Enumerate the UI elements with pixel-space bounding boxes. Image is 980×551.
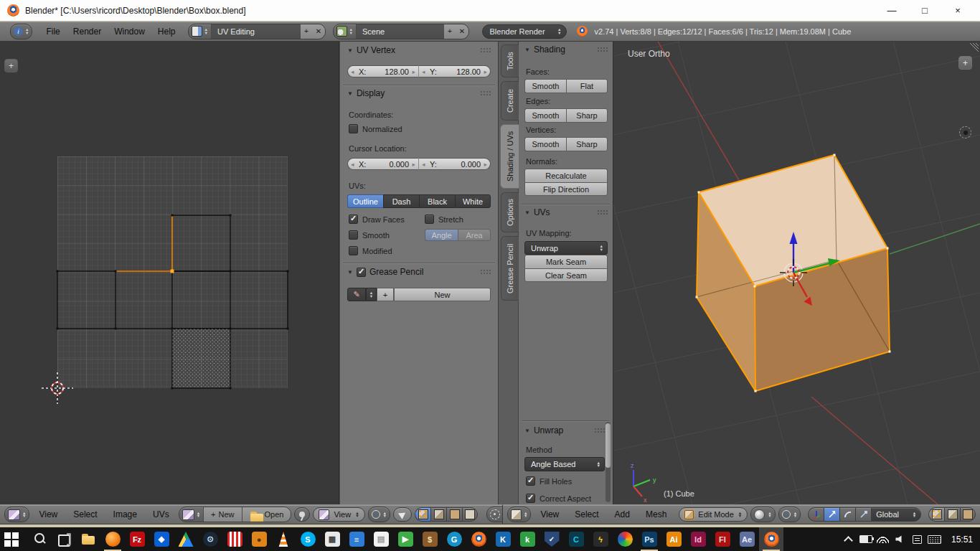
- tray-chevron-up[interactable]: [840, 527, 857, 551]
- blender-splash-icon[interactable]: [577, 26, 588, 37]
- flip-direction-button[interactable]: Flip Direction: [524, 182, 608, 196]
- vertices-smooth-button[interactable]: Smooth: [524, 137, 566, 151]
- uv-menu-select[interactable]: Select: [67, 509, 103, 519]
- edges-sharp-button[interactable]: Sharp: [566, 108, 608, 123]
- taskbar-app-photoshop[interactable]: Ps: [637, 527, 661, 551]
- uv-select-island-button[interactable]: [462, 507, 478, 522]
- tab-tools[interactable]: Tools: [501, 44, 519, 77]
- delete-scene-button[interactable]: ✕: [456, 24, 468, 39]
- taskbar-app-popcorn-time[interactable]: [222, 527, 247, 551]
- taskbar-app-after-effects[interactable]: Ae: [735, 527, 759, 551]
- taskbar-app-paint-app[interactable]: [613, 527, 637, 551]
- panel-header-unwrap[interactable]: ▼ Unwrap: [524, 425, 605, 435]
- scale-manipulator-button[interactable]: [855, 507, 871, 522]
- scrollbar-thumb[interactable]: [606, 423, 611, 468]
- panel-grip-icon[interactable]: [480, 47, 491, 53]
- add-scene-button[interactable]: +: [444, 24, 456, 39]
- uv-selected-vertex[interactable]: [171, 270, 174, 273]
- uv-menu-image[interactable]: Image: [107, 509, 143, 519]
- delete-layout-button[interactable]: ✕: [313, 24, 325, 39]
- panel-grip-icon[interactable]: [597, 209, 608, 215]
- taskbar-app-indesign[interactable]: Id: [686, 527, 710, 551]
- taskbar-app-app-orange[interactable]: ●: [247, 527, 271, 551]
- editor-type-selector-uv[interactable]: [4, 507, 29, 522]
- screen-layout-name[interactable]: UV Editing: [212, 24, 301, 39]
- menu-file[interactable]: File: [39, 27, 66, 37]
- editor-type-selector-3d[interactable]: [507, 507, 531, 522]
- grease-pencil-checkbox[interactable]: [357, 268, 366, 277]
- menu-help[interactable]: Help: [151, 27, 182, 37]
- transform-orientation-dropdown[interactable]: Global: [871, 507, 921, 522]
- draw-faces-checkbox[interactable]: [349, 215, 358, 224]
- cursor-y-slider[interactable]: Y:0.000: [419, 158, 491, 170]
- panel-header-grease-pencil[interactable]: ▼ Grease Pencil: [347, 267, 491, 277]
- viewport-3d[interactable]: z y x User Ortho (1) Cube +: [613, 42, 980, 504]
- taskbar-app-flash[interactable]: Fl: [710, 527, 735, 551]
- uv-menu-view[interactable]: View: [32, 509, 64, 519]
- uv-draw-black-button[interactable]: Black: [419, 194, 455, 208]
- method-dropdown[interactable]: Angle Based: [524, 457, 605, 471]
- edge-select-mode-button[interactable]: [944, 507, 960, 522]
- tool-shelf-scrollbar[interactable]: [606, 422, 611, 502]
- tab-grease-pencil[interactable]: Grease Pencil: [501, 236, 519, 301]
- stretch-area-button[interactable]: Area: [458, 229, 491, 241]
- panel-grip-icon[interactable]: [480, 269, 491, 275]
- normalized-checkbox[interactable]: [349, 124, 358, 133]
- tray-volume[interactable]: [892, 527, 909, 551]
- taskbar-app-firefox[interactable]: [100, 527, 125, 551]
- uv-vertex-x-slider[interactable]: X:128.00: [347, 65, 419, 77]
- unwrap-dropdown[interactable]: Unwrap: [524, 241, 608, 255]
- uv-sync-selection-toggle[interactable]: [393, 507, 412, 522]
- stretch-angle-button[interactable]: Angle: [425, 229, 458, 241]
- taskbar-app-app-teal[interactable]: G: [442, 527, 466, 551]
- vertices-sharp-button[interactable]: Sharp: [566, 137, 608, 151]
- tray-action-center[interactable]: [909, 527, 926, 551]
- vp-menu-select[interactable]: Select: [568, 509, 605, 519]
- uv-draw-outline-button[interactable]: Outline: [347, 194, 383, 208]
- add-layout-button[interactable]: +: [301, 24, 313, 39]
- taskbar-app-text-document[interactable]: ▤: [369, 527, 393, 551]
- editor-type-selector-info[interactable]: i: [10, 24, 32, 39]
- tray-wifi[interactable]: [875, 527, 892, 551]
- taskbar-app-google-drive[interactable]: [174, 527, 198, 551]
- mark-seam-button[interactable]: Mark Seam: [524, 255, 608, 268]
- taskbar-app-vlc[interactable]: [271, 527, 296, 551]
- face-select-mode-button[interactable]: [960, 507, 976, 522]
- taskbar-app-app-blue-k[interactable]: K: [491, 527, 515, 551]
- minimize-button[interactable]: —: [875, 0, 908, 21]
- uv-draw-dash-button[interactable]: Dash: [383, 194, 419, 208]
- image-open-button[interactable]: Open: [242, 507, 291, 522]
- taskbar-app-app-green-k[interactable]: k: [515, 527, 540, 551]
- faces-flat-button[interactable]: Flat: [566, 79, 608, 93]
- taskbar-app-ledger-app[interactable]: $: [418, 527, 442, 551]
- uv-draw-white-button[interactable]: White: [455, 194, 491, 208]
- draw-faces-row[interactable]: Draw Faces: [349, 215, 405, 224]
- tab-shading-uvs[interactable]: Shading / UVs: [500, 124, 519, 189]
- tab-options[interactable]: Options: [501, 192, 519, 232]
- panel-header-shading[interactable]: ▼ Shading: [524, 44, 608, 55]
- taskbar-app-blender[interactable]: [759, 527, 783, 551]
- render-engine-dropdown[interactable]: Blender Render: [482, 24, 567, 39]
- panel-header-display[interactable]: ▼ Display: [347, 88, 491, 98]
- uv-select-face-button[interactable]: [446, 507, 462, 522]
- tab-create[interactable]: Create: [501, 81, 519, 121]
- stretch-row[interactable]: Stretch: [425, 215, 463, 224]
- vp-menu-view[interactable]: View: [534, 509, 565, 519]
- scene-name[interactable]: Scene: [357, 24, 444, 39]
- vertex-select-mode-button[interactable]: [928, 507, 944, 522]
- uv-pivot-dropdown[interactable]: [368, 507, 390, 522]
- interaction-mode-dropdown[interactable]: Edit Mode: [679, 507, 748, 522]
- uv-vertex-y-slider[interactable]: Y:128.00: [419, 65, 491, 77]
- modified-checkbox[interactable]: [349, 246, 358, 255]
- taskbar-app-app-yellow[interactable]: ϟ: [588, 527, 613, 551]
- maximize-button[interactable]: □: [908, 0, 941, 21]
- panel-header-uv-vertex[interactable]: ▼ UV Vertex: [347, 45, 491, 55]
- scene-selector[interactable]: Scene + ✕: [333, 24, 469, 39]
- recalculate-button[interactable]: Recalculate: [524, 169, 608, 182]
- rotate-manipulator-button[interactable]: [839, 507, 855, 522]
- grease-pencil-new-button[interactable]: New: [394, 288, 491, 301]
- uv-select-vertex-button[interactable]: [415, 507, 430, 522]
- vp-menu-add[interactable]: Add: [608, 509, 636, 519]
- uv-editor-canvas[interactable]: +: [0, 42, 339, 504]
- taskbar-app-shield-app[interactable]: ✓: [540, 527, 564, 551]
